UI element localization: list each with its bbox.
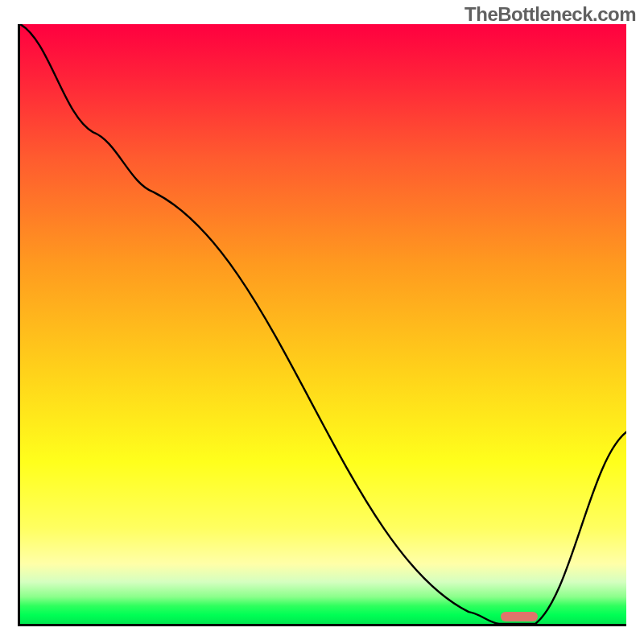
bottleneck-curve — [20, 24, 626, 624]
watermark-text: TheBottleneck.com — [464, 3, 636, 26]
bottleneck-curve-path — [20, 24, 626, 624]
optimal-range-marker — [501, 612, 537, 621]
plot-area — [18, 24, 626, 626]
chart-frame: TheBottleneck.com — [0, 0, 644, 644]
